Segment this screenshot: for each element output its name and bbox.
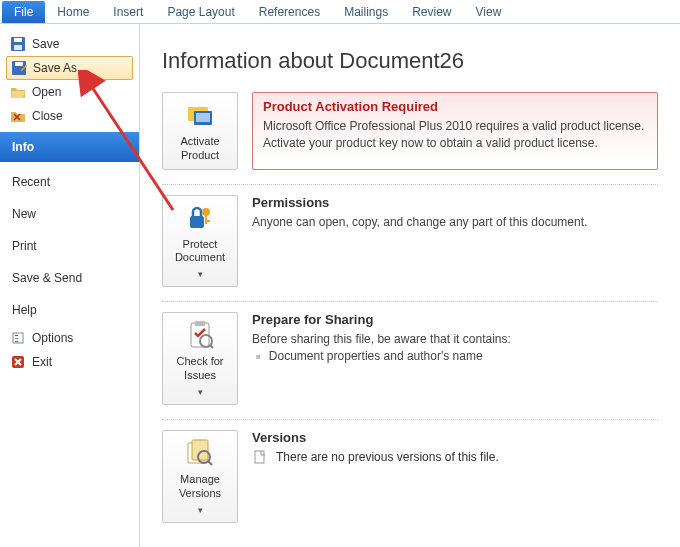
versions-body: There are no previous versions of this f… [276,450,499,464]
sharing-heading: Prepare for Sharing [252,312,658,327]
sharing-info: Prepare for Sharing Before sharing this … [252,312,658,405]
section-versions: Manage Versions ▾ Versions There are no … [162,419,658,537]
sharing-body: Before sharing this file, be aware that … [252,331,658,348]
sidebar-options-label: Options [32,331,73,345]
save-icon [10,36,26,52]
page-title: Information about Document26 [162,48,658,74]
svg-rect-16 [205,220,210,222]
sidebar-new[interactable]: New [0,198,139,230]
exit-icon [10,354,26,370]
sharing-list-item: Document properties and author's name [256,348,658,365]
backstage-content: Information about Document26 Activate Pr… [140,24,680,547]
svg-rect-6 [15,335,18,336]
sidebar-save-as-label: Save As [33,61,77,75]
chevron-down-icon: ▾ [198,505,203,516]
versions-tile-label: Manage Versions [167,473,233,501]
svg-rect-4 [15,62,23,66]
tab-review[interactable]: Review [400,1,463,23]
activate-product-button[interactable]: Activate Product [162,92,238,170]
svg-rect-21 [192,440,208,460]
versions-icon [184,437,216,469]
svg-rect-8 [15,341,18,342]
versions-heading: Versions [252,430,658,445]
sidebar-exit-label: Exit [32,355,52,369]
tab-references[interactable]: References [247,1,332,23]
tab-mailings[interactable]: Mailings [332,1,400,23]
open-icon [10,84,26,100]
svg-rect-23 [255,451,264,463]
chevron-down-icon: ▾ [198,387,203,398]
versions-info: Versions There are no previous versions … [252,430,658,523]
section-activation: Activate Product Product Activation Requ… [162,92,658,184]
sidebar-info[interactable]: Info [0,132,139,162]
sidebar-close-label: Close [32,109,63,123]
chevron-down-icon: ▾ [198,269,203,280]
sidebar-options[interactable]: Options [0,326,139,350]
tab-file[interactable]: File [2,1,45,23]
check-tile-label: Check for Issues [167,355,233,383]
protect-document-button[interactable]: Protect Document ▾ [162,195,238,288]
sidebar-save[interactable]: Save [0,32,139,56]
tab-page-layout[interactable]: Page Layout [155,1,246,23]
svg-rect-12 [196,113,210,122]
sidebar-open[interactable]: Open [0,80,139,104]
sidebar-print[interactable]: Print [0,230,139,262]
sidebar-save-send[interactable]: Save & Send [0,262,139,294]
save-as-icon [11,60,27,76]
svg-rect-7 [15,338,18,339]
tab-home[interactable]: Home [45,1,101,23]
section-sharing: Check for Issues ▾ Prepare for Sharing B… [162,301,658,419]
ribbon: File Home Insert Page Layout References … [0,0,680,24]
svg-rect-18 [195,321,205,326]
sidebar-save-label: Save [32,37,59,51]
manage-versions-button[interactable]: Manage Versions ▾ [162,430,238,523]
activation-heading: Product Activation Required [263,99,647,114]
svg-rect-15 [205,214,207,224]
options-icon [10,330,26,346]
permissions-body: Anyone can open, copy, and change any pa… [252,214,658,231]
clipboard-check-icon [184,319,216,351]
backstage-sidebar: Save Save As Open Close Info Recent New … [0,24,140,547]
activation-info: Product Activation Required Microsoft Of… [252,92,658,170]
sidebar-recent[interactable]: Recent [0,166,139,198]
sidebar-exit[interactable]: Exit [0,350,139,374]
tab-view[interactable]: View [464,1,514,23]
permissions-heading: Permissions [252,195,658,210]
lock-key-icon [184,202,216,234]
svg-rect-2 [14,45,22,50]
protect-tile-label: Protect Document [167,238,233,266]
tab-insert[interactable]: Insert [101,1,155,23]
sidebar-close[interactable]: Close [0,104,139,128]
svg-rect-1 [14,38,22,42]
check-issues-button[interactable]: Check for Issues ▾ [162,312,238,405]
sidebar-help[interactable]: Help [0,294,139,326]
section-permissions: Protect Document ▾ Permissions Anyone ca… [162,184,658,302]
sidebar-save-as[interactable]: Save As [6,56,133,80]
svg-rect-13 [190,216,204,228]
activate-icon [184,99,216,131]
permissions-info: Permissions Anyone can open, copy, and c… [252,195,658,288]
activation-body: Microsoft Office Professional Plus 2010 … [263,118,647,152]
sidebar-open-label: Open [32,85,61,99]
activate-tile-label: Activate Product [167,135,233,163]
document-icon [252,449,268,465]
close-icon [10,108,26,124]
